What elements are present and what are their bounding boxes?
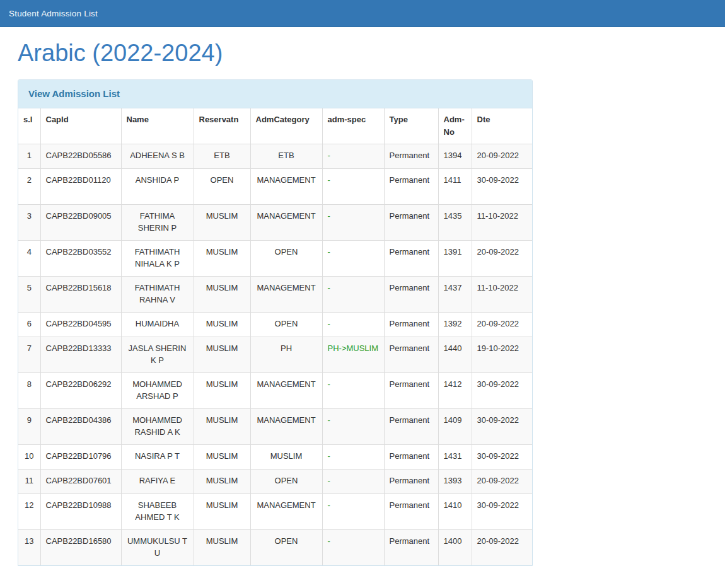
admission-table: s.l CapId Name Reservatn AdmCategory adm…	[18, 108, 532, 565]
cell-adm-spec: -	[322, 408, 384, 444]
cell-type: Permanent	[384, 312, 438, 337]
cell-admcategory: OPEN	[250, 312, 322, 337]
cell-adm-spec: -	[322, 276, 384, 312]
cell-name: FATHIMATH RAHNA V	[121, 276, 194, 312]
cell-admcategory: MANAGEMENT	[250, 372, 322, 408]
table-row: 13CAPB22BD16580UMMUKULSU T UMUSLIMOPEN-P…	[18, 529, 532, 565]
cell-adm-spec: -	[322, 444, 384, 469]
table-row: 5CAPB22BD15618FATHIMATH RAHNA VMUSLIMMAN…	[18, 276, 532, 312]
cell-dte: 20-09-2022	[472, 144, 532, 168]
cell-capid: CAPB22BD01120	[40, 168, 121, 204]
table-row: 9CAPB22BD04386MOHAMMED RASHID A KMUSLIMM…	[18, 408, 532, 444]
cell-capid: CAPB22BD07601	[40, 469, 121, 493]
cell-dte: 30-09-2022	[472, 168, 532, 204]
cell-adm-spec: -	[322, 493, 384, 529]
cell-name: ANSHIDA P	[121, 168, 194, 204]
table-row: 11CAPB22BD07601RAFIYA EMUSLIMOPEN-Perman…	[18, 469, 532, 493]
cell-type: Permanent	[384, 444, 438, 469]
cell-sl: 6	[18, 312, 40, 337]
cell-type: Permanent	[384, 240, 438, 276]
cell-name: JASLA SHERIN K P	[121, 337, 194, 372]
cell-admcategory: OPEN	[250, 469, 322, 493]
cell-admcategory: MUSLIM	[250, 444, 322, 469]
admission-table-body: 1CAPB22BD05586ADHEENA S BETBETB-Permanen…	[18, 144, 532, 565]
cell-dte: 30-09-2022	[472, 372, 532, 408]
cell-reservatn: MUSLIM	[194, 204, 250, 240]
cell-adm-no: 1393	[438, 469, 472, 493]
cell-adm-no: 1391	[438, 240, 472, 276]
cell-name: UMMUKULSU T U	[121, 529, 194, 565]
cell-sl: 4	[18, 240, 40, 276]
cell-type: Permanent	[384, 372, 438, 408]
cell-adm-spec: PH->MUSLIM	[322, 337, 384, 372]
cell-capid: CAPB22BD16580	[40, 529, 121, 565]
cell-reservatn: MUSLIM	[194, 312, 250, 337]
cell-adm-no: 1409	[438, 408, 472, 444]
cell-dte: 11-10-2022	[472, 276, 532, 312]
table-header: s.l CapId Name Reservatn AdmCategory adm…	[18, 108, 532, 144]
top-navbar: Student Admission List	[0, 0, 725, 27]
table-row: 1CAPB22BD05586ADHEENA S BETBETB-Permanen…	[18, 144, 532, 168]
cell-reservatn: MUSLIM	[194, 276, 250, 312]
cell-adm-spec: -	[322, 168, 384, 204]
cell-type: Permanent	[384, 493, 438, 529]
cell-reservatn: OPEN	[194, 168, 250, 204]
table-row: 8CAPB22BD06292MOHAMMED ARSHAD PMUSLIMMAN…	[18, 372, 532, 408]
cell-reservatn: MUSLIM	[194, 337, 250, 372]
cell-type: Permanent	[384, 276, 438, 312]
cell-reservatn: MUSLIM	[194, 493, 250, 529]
cell-reservatn: MUSLIM	[194, 408, 250, 444]
cell-capid: CAPB22BD13333	[40, 337, 121, 372]
column-header-type: Type	[384, 108, 438, 144]
cell-name: FATHIMA SHERIN P	[121, 204, 194, 240]
cell-type: Permanent	[384, 144, 438, 168]
cell-admcategory: MANAGEMENT	[250, 493, 322, 529]
cell-admcategory: MANAGEMENT	[250, 168, 322, 204]
cell-sl: 11	[18, 469, 40, 493]
cell-capid: CAPB22BD10988	[40, 493, 121, 529]
navbar-title: Student Admission List	[9, 9, 98, 18]
cell-type: Permanent	[384, 529, 438, 565]
cell-adm-no: 1412	[438, 372, 472, 408]
cell-admcategory: MANAGEMENT	[250, 408, 322, 444]
cell-adm-no: 1440	[438, 337, 472, 372]
panel-heading: View Admission List	[18, 80, 532, 108]
column-header-adm-spec: adm-spec	[322, 108, 384, 144]
cell-sl: 7	[18, 337, 40, 372]
cell-adm-no: 1431	[438, 444, 472, 469]
cell-type: Permanent	[384, 168, 438, 204]
cell-capid: CAPB22BD10796	[40, 444, 121, 469]
cell-adm-spec: -	[322, 144, 384, 168]
panel-title: View Admission List	[28, 88, 120, 99]
cell-adm-spec: -	[322, 529, 384, 565]
cell-capid: CAPB22BD04386	[40, 408, 121, 444]
cell-admcategory: OPEN	[250, 240, 322, 276]
cell-sl: 5	[18, 276, 40, 312]
cell-type: Permanent	[384, 408, 438, 444]
cell-dte: 20-09-2022	[472, 469, 532, 493]
cell-adm-spec: -	[322, 469, 384, 493]
cell-adm-spec: -	[322, 240, 384, 276]
table-row: 6CAPB22BD04595HUMAIDHAMUSLIMOPEN-Permane…	[18, 312, 532, 337]
cell-admcategory: ETB	[250, 144, 322, 168]
cell-sl: 9	[18, 408, 40, 444]
cell-adm-spec: -	[322, 312, 384, 337]
cell-sl: 10	[18, 444, 40, 469]
cell-capid: CAPB22BD15618	[40, 276, 121, 312]
cell-adm-no: 1411	[438, 168, 472, 204]
table-row: 4CAPB22BD03552FATHIMATH NIHALA K PMUSLIM…	[18, 240, 532, 276]
cell-adm-no: 1394	[438, 144, 472, 168]
column-header-name: Name	[121, 108, 194, 144]
cell-name: FATHIMATH NIHALA K P	[121, 240, 194, 276]
cell-reservatn: MUSLIM	[194, 469, 250, 493]
cell-type: Permanent	[384, 337, 438, 372]
cell-dte: 20-09-2022	[472, 312, 532, 337]
column-header-dte: Dte	[472, 108, 532, 144]
table-row: 2CAPB22BD01120ANSHIDA POPENMANAGEMENT-Pe…	[18, 168, 532, 204]
cell-name: MOHAMMED ARSHAD P	[121, 372, 194, 408]
cell-capid: CAPB22BD09005	[40, 204, 121, 240]
column-header-reservatn: Reservatn	[194, 108, 250, 144]
cell-dte: 30-09-2022	[472, 408, 532, 444]
cell-dte: 19-10-2022	[472, 337, 532, 372]
column-header-admcategory: AdmCategory	[250, 108, 322, 144]
